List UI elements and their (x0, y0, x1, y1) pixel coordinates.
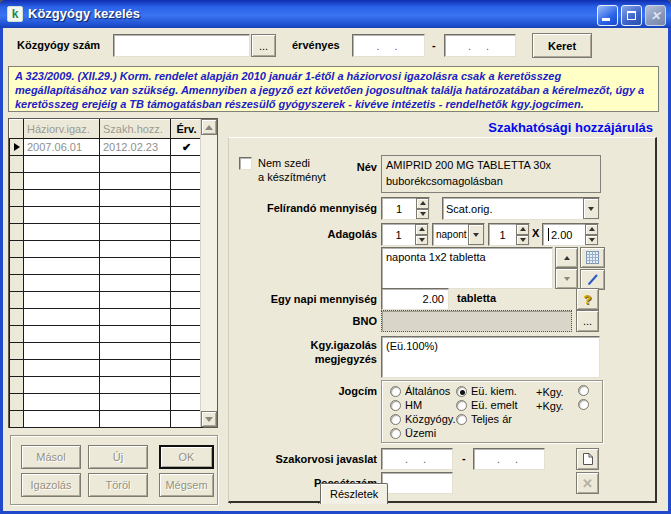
radio-eu-kiem-plus-kgy[interactable] (578, 385, 589, 396)
new-document-icon (582, 452, 594, 466)
egy-napi-mennyiseg-input[interactable] (381, 288, 449, 310)
grid-cell-haziorv[interactable]: 2007.06.01 (24, 139, 100, 156)
adagolas-count-input[interactable] (382, 224, 415, 245)
spin-down-button[interactable] (516, 235, 529, 246)
memo-scroll-up-button[interactable] (555, 247, 578, 268)
kozgyogy-szam-input[interactable] (113, 34, 250, 57)
scroll-down-icon (564, 277, 570, 281)
spin-down-icon (419, 238, 425, 242)
grid-empty-row (10, 343, 203, 360)
spin-up-button[interactable] (516, 224, 529, 235)
spin-down-icon (589, 238, 595, 242)
spin-up-icon (520, 227, 526, 231)
adagolas-dose-stepper[interactable] (542, 223, 599, 246)
pen-icon (586, 273, 599, 286)
help-button[interactable]: ? (576, 288, 599, 310)
memo-scroll-down-button[interactable] (555, 268, 578, 289)
adagolas-times-stepper[interactable] (488, 223, 530, 246)
bno-browse-button[interactable]: ... (576, 310, 599, 332)
adagolas-count-stepper[interactable] (381, 223, 429, 246)
felirando-mennyiseg-input[interactable] (382, 198, 416, 219)
ok-button[interactable]: OK (159, 445, 214, 469)
grid-scrollbar[interactable] (200, 119, 217, 427)
radio-eu-emelt[interactable]: Eü. emelt (456, 399, 517, 411)
kgy-megjegyzes-memo[interactable]: (Eü.100%) (381, 336, 600, 378)
keret-button[interactable]: Keret (532, 33, 592, 58)
adagolas-memo[interactable]: naponta 1x2 tabletta (381, 247, 553, 289)
minimize-button[interactable] (597, 5, 618, 26)
masol-button[interactable]: Másol (21, 445, 81, 469)
window: k Közgyógy kezelés ✕ Közgyógy szám ... é… (0, 0, 671, 514)
radio-eu-kiem[interactable]: Eü. kiem. (456, 385, 517, 397)
edit-dosage-button[interactable] (580, 269, 605, 290)
spin-down-icon (520, 238, 526, 242)
radio-icon (390, 386, 401, 397)
radio-teljes-ar[interactable]: Teljes ár (456, 413, 512, 425)
radio-icon (456, 414, 467, 425)
spin-down-button[interactable] (585, 235, 598, 246)
scroll-up-button[interactable] (201, 119, 217, 135)
radio-uzemi[interactable]: Üzemi (390, 427, 436, 439)
chevron-down-icon (588, 207, 594, 211)
szakorvosi-to-date-field[interactable] (473, 448, 545, 470)
action-button-group: Másol Új OK Igazolás Töröl Mégsem (10, 435, 218, 505)
tab-reszletek[interactable]: Részletek (320, 483, 388, 504)
spin-up-button[interactable] (416, 198, 429, 209)
radio-kozgyogy[interactable]: Közgyógy. (390, 413, 456, 425)
maximize-button[interactable] (621, 5, 642, 26)
egy-napi-mennyiseg-label: Egy napi mennyiség (229, 292, 377, 306)
grid-empty-row (10, 173, 203, 190)
spin-up-icon (420, 201, 426, 205)
grid-data-row[interactable]: 2007.06.01 2012.02.23 ✔ (10, 139, 203, 156)
kozgyogy-szam-browse-button[interactable]: ... (251, 34, 276, 57)
grid-header-szakh[interactable]: Szakh.hozz. (100, 120, 171, 139)
uj-button[interactable]: Új (88, 445, 148, 469)
close-button[interactable]: ✕ (645, 5, 666, 26)
adagolas-times-input[interactable] (489, 224, 516, 245)
radio-icon (578, 399, 589, 410)
dosage-calculator-button[interactable] (580, 247, 605, 268)
radio-icon (456, 400, 467, 411)
scroll-up-icon (564, 256, 570, 260)
scroll-down-button[interactable] (201, 411, 217, 427)
plus-kgy-label: +Kgy. (536, 400, 564, 412)
jogcim-group: Általános HM Közgyógy. Üzemi Eü. kiem. E… (381, 380, 603, 443)
radio-hm[interactable]: HM (390, 399, 422, 411)
dropdown-button[interactable] (583, 198, 599, 219)
new-document-button[interactable] (576, 448, 599, 470)
grid-cell-szakh[interactable]: 2012.02.23 (100, 139, 171, 156)
grid-header-haziorv[interactable]: Háziorv.igaz. (24, 120, 100, 139)
dialog-client-area: Közgyógy szám ... érvényes - Keret A 323… (3, 28, 668, 511)
spin-up-button[interactable] (585, 224, 598, 235)
megsem-button[interactable]: Mégsem (159, 473, 214, 497)
radio-icon (578, 385, 589, 396)
adagolas-dose-input[interactable] (543, 224, 585, 245)
grid-empty-row (10, 326, 203, 343)
pecsetszam-input[interactable] (381, 472, 453, 494)
szakorvosi-from-date-field[interactable] (381, 448, 453, 470)
tab-control: Készítmények Részletek Szakhatósági hozz… (228, 118, 659, 504)
spin-down-button[interactable] (416, 209, 429, 220)
row-indicator-icon (14, 143, 20, 151)
spin-down-button[interactable] (415, 235, 428, 246)
adagolas-label: Adagolás (229, 227, 377, 241)
delete-szakorvosi-button[interactable]: ✕ (576, 472, 599, 494)
felirando-mennyiseg-stepper[interactable] (381, 197, 430, 220)
radio-altalanos[interactable]: Általános (390, 385, 450, 397)
title-bar[interactable]: k Közgyógy kezelés ✕ (0, 0, 671, 28)
radio-eu-emelt-plus-kgy[interactable] (578, 399, 589, 410)
grid-header-erv[interactable]: Érv. (171, 120, 203, 139)
date-separator: - (432, 39, 436, 51)
igazolas-button[interactable]: Igazolás (21, 473, 81, 497)
torol-button[interactable]: Töröl (88, 473, 148, 497)
spin-up-icon (419, 227, 425, 231)
kiszereles-dropdown[interactable]: Scat.orig. (442, 197, 600, 220)
certificates-grid[interactable]: Háziorv.igaz. Szakh.hozz. Érv. 2007.06.0… (8, 118, 218, 428)
valid-to-date-field[interactable] (444, 34, 516, 57)
valid-from-date-field[interactable] (352, 34, 425, 57)
adagolas-period-dropdown[interactable]: napont (432, 223, 485, 246)
bno-input[interactable] (381, 310, 572, 332)
kgy-igazolas-label: Kgy.igazolás megjegyzés (229, 338, 377, 366)
dropdown-button[interactable] (468, 224, 484, 245)
spin-up-button[interactable] (415, 224, 428, 235)
